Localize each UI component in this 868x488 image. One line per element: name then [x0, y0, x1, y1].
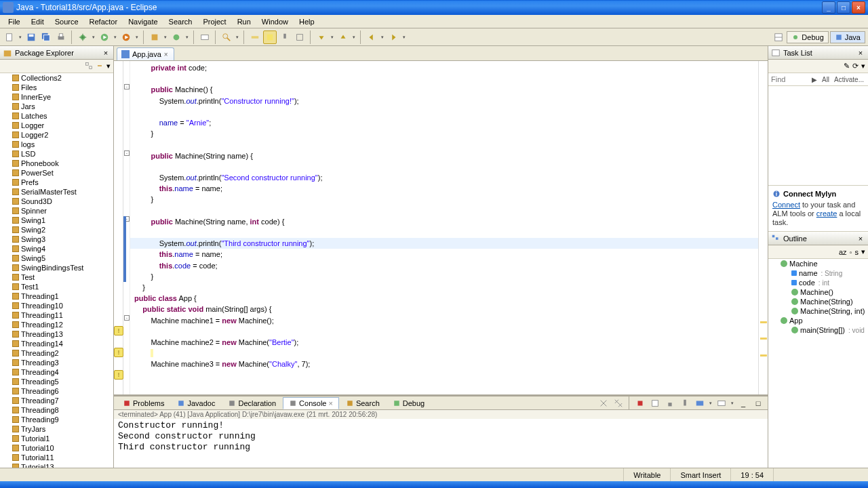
warning-marker[interactable]: ! [114, 348, 123, 357]
project-item[interactable]: Threading2 [0, 348, 113, 358]
task-filter-icon[interactable]: ▾ [861, 62, 865, 70]
outline-menu-icon[interactable]: ▾ [861, 247, 865, 256]
bottom-tab-debug[interactable]: Debug [387, 397, 431, 409]
code-editor[interactable]: !!! ---- private int code; public Machin… [114, 61, 768, 394]
pin-button[interactable] [278, 30, 292, 44]
bottom-tab-search[interactable]: Search [340, 397, 386, 409]
project-item[interactable]: Tutorial10 [0, 443, 113, 453]
menu-navigate[interactable]: Navigate [123, 16, 163, 27]
link-button[interactable] [293, 30, 307, 44]
project-item[interactable]: Threading11 [0, 310, 113, 320]
project-item[interactable]: SerialMasterTest [0, 187, 113, 197]
new-class-button[interactable] [170, 30, 183, 44]
outline-item[interactable]: code: int [768, 278, 868, 287]
debug-button[interactable] [76, 30, 90, 44]
task-activate[interactable]: Activate... [833, 76, 865, 83]
view-close-icon[interactable]: × [856, 48, 865, 58]
debug-dropdown[interactable]: ▾ [91, 35, 96, 40]
menu-run[interactable]: Run [232, 16, 256, 27]
open-type-button[interactable] [198, 30, 212, 44]
console-output[interactable]: Constructor running! Second constructor … [114, 419, 768, 468]
project-item[interactable]: Test [0, 272, 113, 282]
console-scroll-lock-button[interactable] [663, 396, 677, 410]
project-item[interactable]: Threading9 [0, 415, 113, 424]
project-item[interactable]: Threading8 [0, 405, 113, 415]
project-item[interactable]: Swing3 [0, 235, 113, 244]
project-item[interactable]: Sound3D [0, 197, 113, 206]
search-button[interactable] [220, 30, 233, 44]
project-item[interactable]: logs [0, 140, 113, 149]
project-item[interactable]: Threading1 [0, 291, 113, 301]
close-button[interactable]: × [852, 1, 865, 14]
project-item[interactable]: Threading7 [0, 396, 113, 405]
bottom-tab-console[interactable]: Console × [283, 397, 339, 409]
menu-refactor[interactable]: Refactor [84, 16, 123, 27]
toggle-mark-button[interactable] [263, 30, 277, 44]
project-item[interactable]: Threading6 [0, 386, 113, 396]
fold-toggle[interactable]: - [124, 150, 130, 156]
minimize-button[interactable]: _ [822, 1, 835, 14]
view-close-icon[interactable]: × [856, 234, 865, 243]
save-all-button[interactable] [39, 30, 53, 44]
project-item[interactable]: Tutorial11 [0, 453, 113, 462]
outline-item[interactable]: name: String [768, 268, 868, 278]
outline-hide-fields-icon[interactable]: ◦ [850, 248, 852, 256]
run-dropdown[interactable]: ▾ [113, 35, 118, 40]
forward-button[interactable] [387, 30, 400, 44]
perspective-debug[interactable]: Debug [787, 31, 828, 43]
view-menu-icon[interactable]: ▾ [106, 62, 111, 70]
menu-edit[interactable]: Edit [26, 16, 50, 27]
print-button[interactable] [54, 30, 68, 44]
project-item[interactable]: PowerSet [0, 168, 113, 178]
bottom-tab-javadoc[interactable]: Javadoc [171, 397, 221, 409]
outline-item[interactable]: Machine(String) [768, 297, 868, 306]
back-button[interactable] [365, 30, 378, 44]
toggle-breadcrumb-button[interactable] [248, 30, 262, 44]
project-item[interactable]: Swing1 [0, 216, 113, 225]
run-button[interactable] [98, 30, 111, 44]
project-item[interactable]: Logger2 [0, 130, 113, 140]
project-item[interactable]: Swing2 [0, 225, 113, 235]
project-item[interactable]: Logger [0, 121, 113, 130]
bottom-tab-problems[interactable]: Problems [117, 397, 170, 409]
project-item[interactable]: Jars [0, 102, 113, 111]
project-item[interactable]: Spinner [0, 206, 113, 216]
project-item[interactable]: Threading4 [0, 367, 113, 377]
bottom-tab-declaration[interactable]: Declaration [222, 397, 282, 409]
view-close-icon[interactable]: × [101, 48, 111, 58]
editor-tab-app-java[interactable]: App.java × [117, 47, 174, 60]
task-new-icon[interactable]: ✎ [844, 62, 850, 70]
link-editor-icon[interactable] [96, 62, 104, 71]
console-clear-button[interactable] [648, 396, 662, 410]
menu-source[interactable]: Source [50, 16, 84, 27]
task-filter-all[interactable]: All [821, 76, 831, 83]
perspective-java[interactable]: Java [830, 31, 865, 43]
next-annotation-button[interactable] [315, 30, 328, 44]
project-item[interactable]: LSD [0, 149, 113, 159]
open-perspective-button[interactable] [772, 30, 785, 44]
outline-item[interactable]: main(String[]): void [768, 325, 868, 335]
overview-ruler[interactable] [758, 61, 768, 394]
outline-tree[interactable]: Machinename: Stringcode: intMachine()Mac… [768, 259, 868, 468]
tab-close-icon[interactable]: × [164, 51, 168, 58]
task-sync-icon[interactable]: ⟳ [852, 62, 859, 70]
outline-item[interactable]: App [768, 316, 868, 325]
task-list-body[interactable] [768, 86, 868, 185]
maximize-button[interactable]: □ [837, 1, 850, 14]
project-item[interactable]: Threading13 [0, 329, 113, 339]
console-remove-all-button[interactable] [612, 396, 625, 410]
project-item[interactable]: Threading14 [0, 339, 113, 348]
save-button[interactable] [24, 30, 38, 44]
project-item[interactable]: TryJars [0, 424, 113, 434]
outline-item[interactable]: Machine(String, int) [768, 306, 868, 316]
outline-item[interactable]: Machine [768, 259, 868, 268]
project-item[interactable]: SwingBindingsTest [0, 263, 113, 272]
console-max-button[interactable]: □ [751, 396, 765, 410]
project-item[interactable]: Threading5 [0, 377, 113, 386]
tab-close-icon[interactable]: × [328, 399, 332, 407]
new-button[interactable] [3, 30, 16, 44]
warning-marker[interactable]: ! [114, 370, 123, 380]
menu-window[interactable]: Window [256, 16, 294, 27]
project-item[interactable]: Phonebook [0, 159, 113, 168]
project-item[interactable]: Collections2 [0, 73, 113, 83]
